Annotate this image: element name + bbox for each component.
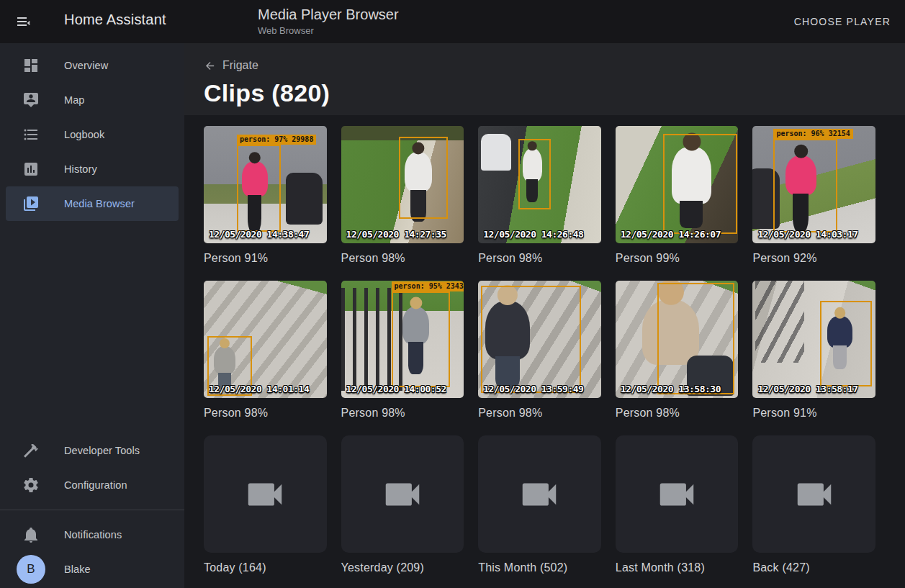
- video-camera-icon: [654, 472, 699, 517]
- sidebar-item-logbook[interactable]: Logbook: [6, 117, 179, 152]
- sidebar-divider: [0, 510, 184, 510]
- sidebar-item-label: Logbook: [64, 129, 104, 140]
- sidebar-item-label: Notifications: [64, 529, 122, 540]
- clip-card[interactable]: person: 97% 29988 12/05/2020 14:38:47 Pe…: [204, 126, 327, 265]
- video-camera-icon: [380, 472, 425, 517]
- sidebar-item-media-browser[interactable]: Media Browser: [6, 186, 179, 221]
- clip-timestamp: 12/05/2020 14:27:35: [346, 229, 446, 240]
- breadcrumb-back[interactable]: Frigate: [204, 43, 258, 72]
- page-title: Clips (820): [204, 79, 905, 107]
- list-icon: [22, 126, 40, 143]
- user-name: Blake: [64, 564, 91, 575]
- clip-timestamp: 12/05/2020 13:59:49: [483, 384, 583, 394]
- content-header: Frigate Clips (820): [184, 43, 905, 115]
- folder-card-last-month[interactable]: Last Month (318): [616, 435, 739, 574]
- clip-caption: Person 98%: [478, 252, 601, 265]
- sidebar-item-label: Configuration: [64, 479, 127, 491]
- clip-card[interactable]: 12/05/2020 14:01:14 Person 98%: [204, 281, 327, 420]
- app-title: Home Assistant: [64, 12, 166, 28]
- video-camera-icon: [517, 472, 562, 517]
- sidebar-item-history[interactable]: History: [6, 152, 179, 186]
- choose-player-button[interactable]: CHOOSE PLAYER: [794, 0, 891, 43]
- clips-grid: person: 97% 29988 12/05/2020 14:38:47 Pe…: [184, 115, 905, 588]
- clip-caption: Person 98%: [478, 407, 601, 420]
- bell-icon: [22, 526, 40, 543]
- detection-label: person: 96% 32154: [773, 129, 852, 139]
- sidebar-item-developer-tools[interactable]: Developer Tools: [6, 433, 179, 468]
- detection-box: [399, 137, 448, 219]
- folder-thumbnail: [204, 435, 327, 553]
- clip-thumbnail: person: 96% 32154 12/05/2020 14:03:17: [752, 126, 875, 243]
- clip-thumbnail: 12/05/2020 14:26:48: [478, 126, 601, 243]
- clip-timestamp: 12/05/2020 14:38:47: [209, 229, 309, 240]
- clip-card[interactable]: 12/05/2020 14:27:35 Person 98%: [341, 126, 464, 265]
- detection-label: person: 97% 29988: [237, 135, 316, 145]
- car-shape: [481, 134, 512, 171]
- media-browser-panel: Frigate Clips (820) person: 97% 29988 12…: [184, 43, 905, 588]
- clip-card[interactable]: 12/05/2020 13:58:17 Person 91%: [752, 281, 875, 420]
- clip-card[interactable]: person: 96% 32154 12/05/2020 14:03:17 Pe…: [752, 126, 875, 265]
- clip-thumbnail: 12/05/2020 13:59:49: [478, 281, 601, 398]
- map-account-icon: [22, 91, 40, 109]
- sidebar: Overview Map Logbook History Media Brows…: [0, 43, 184, 588]
- clip-thumbnail: person: 95% 23432 12/05/2020 14:00:52: [341, 281, 464, 398]
- clip-caption: Person 98%: [204, 407, 327, 420]
- arrow-left-icon: [204, 60, 216, 72]
- detection-box: [820, 301, 872, 386]
- clip-thumbnail: 12/05/2020 13:58:17: [752, 281, 875, 398]
- sidebar-item-user-profile[interactable]: B Blake: [6, 552, 179, 587]
- clip-thumbnail: 12/05/2020 13:58:30: [616, 281, 739, 398]
- folder-card-yesterday[interactable]: Yesterday (209): [341, 435, 464, 574]
- detection-box: person: 97% 29988: [237, 145, 281, 232]
- media-browser-title: Media Player Browser: [258, 6, 399, 23]
- clip-card[interactable]: 12/05/2020 14:26:07 Person 99%: [616, 126, 739, 265]
- folder-label: Today (164): [204, 561, 327, 574]
- sidebar-item-label: Map: [64, 94, 85, 106]
- clip-timestamp: 12/05/2020 14:26:48: [483, 229, 583, 240]
- folder-card-this-month[interactable]: This Month (502): [478, 435, 601, 574]
- clip-card[interactable]: 12/05/2020 13:59:49 Person 98%: [478, 281, 601, 420]
- sidebar-item-overview[interactable]: Overview: [6, 48, 179, 83]
- sidebar-item-label: Overview: [64, 60, 108, 71]
- railing-shadow-shape: [755, 281, 804, 363]
- clip-timestamp: 12/05/2020 13:58:17: [757, 384, 857, 394]
- sidebar-toggle-button[interactable]: [15, 13, 32, 30]
- clip-caption: Person 98%: [341, 252, 464, 265]
- clip-card[interactable]: person: 95% 23432 12/05/2020 14:00:52 Pe…: [341, 281, 464, 420]
- clip-caption: Person 91%: [204, 252, 327, 265]
- clip-timestamp: 12/05/2020 14:03:17: [757, 229, 857, 240]
- clip-timestamp: 12/05/2020 13:58:30: [621, 384, 721, 394]
- detection-box: [657, 283, 734, 394]
- folder-thumbnail: [752, 435, 875, 553]
- sidebar-item-label: Media Browser: [64, 198, 135, 209]
- sidebar-item-map[interactable]: Map: [6, 83, 179, 117]
- detection-box: person: 95% 23432: [392, 291, 451, 388]
- avatar: B: [17, 555, 45, 584]
- clip-timestamp: 12/05/2020 14:01:14: [209, 384, 309, 394]
- folder-thumbnail: [341, 435, 464, 553]
- detection-box: [663, 134, 737, 234]
- clip-caption: Person 98%: [341, 407, 464, 420]
- clip-caption: Person 99%: [616, 252, 739, 265]
- clip-card[interactable]: 12/05/2020 13:58:30 Person 98%: [616, 281, 739, 420]
- stroller-shape: [286, 173, 323, 225]
- breadcrumb-label: Frigate: [222, 59, 258, 72]
- app-top-bar: Home Assistant Media Player Browser Web …: [0, 0, 905, 43]
- play-box-multiple-icon: [22, 195, 40, 212]
- detection-box: [518, 139, 550, 209]
- folder-label: Last Month (318): [616, 561, 739, 574]
- folder-card-today[interactable]: Today (164): [204, 435, 327, 574]
- sidebar-item-configuration[interactable]: Configuration: [6, 468, 179, 502]
- menu-open-icon: [15, 13, 32, 30]
- folder-label: Yesterday (209): [341, 561, 464, 574]
- clip-card[interactable]: 12/05/2020 14:26:48 Person 98%: [478, 126, 601, 265]
- folder-thumbnail: [478, 435, 601, 553]
- sidebar-item-notifications[interactable]: Notifications: [6, 517, 179, 552]
- video-camera-icon: [792, 472, 837, 517]
- detection-box: [481, 286, 582, 394]
- dashboard-icon: [22, 57, 40, 74]
- clip-thumbnail: 12/05/2020 14:01:14: [204, 281, 327, 398]
- folder-card-back[interactable]: Back (427): [752, 435, 875, 574]
- folder-label: This Month (502): [478, 561, 601, 574]
- clip-timestamp: 12/05/2020 14:00:52: [346, 384, 446, 394]
